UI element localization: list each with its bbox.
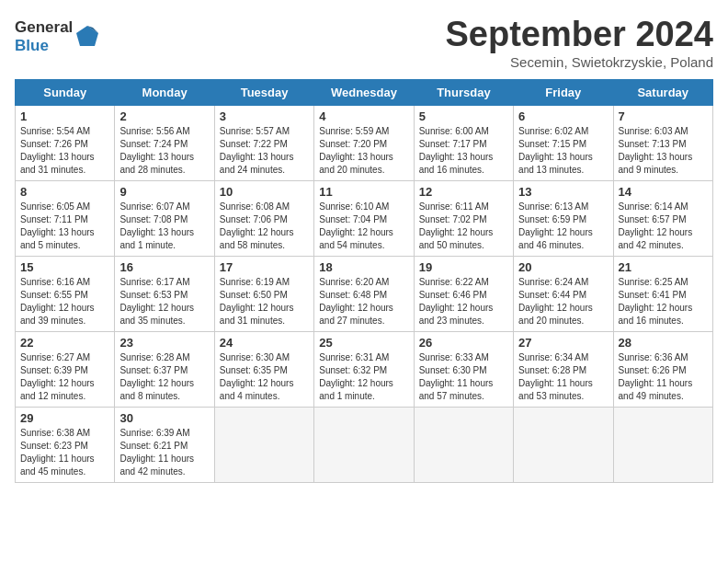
logo-line1: General	[15, 18, 73, 37]
day-number: 22	[20, 336, 109, 350]
day-info: Sunrise: 6:08 AMSunset: 7:06 PMDaylight:…	[220, 201, 294, 250]
table-row: 21Sunrise: 6:25 AMSunset: 6:41 PMDayligh…	[613, 257, 712, 332]
day-number: 17	[220, 260, 309, 274]
day-number: 5	[419, 109, 508, 123]
day-info: Sunrise: 6:11 AMSunset: 7:02 PMDaylight:…	[419, 201, 494, 250]
day-number: 15	[20, 260, 109, 274]
header-thursday: Thursday	[414, 80, 513, 106]
title-block: September 2024 Secemin, Swietokrzyskie, …	[446, 15, 714, 70]
header-saturday: Saturday	[613, 80, 712, 106]
day-info: Sunrise: 5:59 AMSunset: 7:20 PMDaylight:…	[319, 126, 393, 175]
table-row: 14Sunrise: 6:14 AMSunset: 6:57 PMDayligh…	[613, 181, 712, 257]
day-info: Sunrise: 6:05 AMSunset: 7:11 PMDaylight:…	[20, 201, 95, 250]
table-row: 19Sunrise: 6:22 AMSunset: 6:46 PMDayligh…	[414, 257, 513, 332]
day-info: Sunrise: 6:13 AMSunset: 6:59 PMDaylight:…	[518, 201, 593, 250]
table-row: 4Sunrise: 5:59 AMSunset: 7:20 PMDaylight…	[314, 106, 414, 181]
day-info: Sunrise: 6:25 AMSunset: 6:41 PMDaylight:…	[619, 277, 693, 326]
weekday-header-row: Sunday Monday Tuesday Wednesday Thursday…	[16, 80, 713, 106]
day-info: Sunrise: 6:00 AMSunset: 7:17 PMDaylight:…	[419, 126, 494, 175]
day-info: Sunrise: 6:22 AMSunset: 6:46 PMDaylight:…	[419, 277, 494, 326]
table-row: 23Sunrise: 6:28 AMSunset: 6:37 PMDayligh…	[115, 332, 214, 408]
table-row: 28Sunrise: 6:36 AMSunset: 6:26 PMDayligh…	[613, 332, 712, 408]
day-number: 14	[619, 185, 708, 199]
day-number: 9	[119, 185, 209, 199]
table-row: 22Sunrise: 6:27 AMSunset: 6:39 PMDayligh…	[16, 332, 115, 408]
table-row: 3Sunrise: 5:57 AMSunset: 7:22 PMDaylight…	[214, 106, 313, 181]
calendar-week-row: 1Sunrise: 5:54 AMSunset: 7:26 PMDaylight…	[16, 106, 713, 181]
day-number: 20	[518, 260, 608, 274]
day-number: 26	[419, 336, 508, 350]
table-row: 5Sunrise: 6:00 AMSunset: 7:17 PMDaylight…	[414, 106, 513, 181]
header-wednesday: Wednesday	[314, 80, 414, 106]
table-row: 17Sunrise: 6:19 AMSunset: 6:50 PMDayligh…	[214, 257, 313, 332]
day-number: 30	[119, 411, 209, 425]
day-number: 13	[518, 185, 608, 199]
day-number: 7	[619, 109, 708, 123]
day-number: 1	[20, 109, 109, 123]
header-sunday: Sunday	[16, 80, 115, 106]
day-info: Sunrise: 6:36 AMSunset: 6:26 PMDaylight:…	[619, 352, 693, 401]
day-number: 6	[518, 109, 608, 123]
table-row: 10Sunrise: 6:08 AMSunset: 7:06 PMDayligh…	[214, 181, 313, 257]
day-info: Sunrise: 6:02 AMSunset: 7:15 PMDaylight:…	[518, 126, 593, 175]
day-number: 21	[619, 260, 708, 274]
day-info: Sunrise: 6:10 AMSunset: 7:04 PMDaylight:…	[319, 201, 393, 250]
day-info: Sunrise: 6:33 AMSunset: 6:30 PMDaylight:…	[419, 352, 494, 401]
month-title: September 2024	[446, 15, 714, 54]
day-info: Sunrise: 5:56 AMSunset: 7:24 PMDaylight:…	[119, 126, 194, 175]
table-row: 11Sunrise: 6:10 AMSunset: 7:04 PMDayligh…	[314, 181, 414, 257]
day-info: Sunrise: 5:54 AMSunset: 7:26 PMDaylight:…	[20, 126, 95, 175]
day-number: 29	[20, 411, 109, 425]
day-info: Sunrise: 6:28 AMSunset: 6:37 PMDaylight:…	[119, 352, 194, 401]
day-number: 8	[20, 185, 109, 199]
table-row: 16Sunrise: 6:17 AMSunset: 6:53 PMDayligh…	[115, 257, 214, 332]
day-number: 4	[319, 109, 408, 123]
day-number: 19	[419, 260, 508, 274]
day-number: 23	[119, 336, 209, 350]
table-row	[214, 408, 313, 483]
svg-marker-0	[76, 26, 98, 46]
table-row: 27Sunrise: 6:34 AMSunset: 6:28 PMDayligh…	[514, 332, 613, 408]
logo-icon	[74, 24, 100, 50]
header-tuesday: Tuesday	[214, 80, 313, 106]
calendar-week-row: 8Sunrise: 6:05 AMSunset: 7:11 PMDaylight…	[16, 181, 713, 257]
table-row: 12Sunrise: 6:11 AMSunset: 7:02 PMDayligh…	[414, 181, 513, 257]
calendar-week-row: 22Sunrise: 6:27 AMSunset: 6:39 PMDayligh…	[16, 332, 713, 408]
day-number: 11	[319, 185, 408, 199]
logo: General Blue	[15, 18, 100, 54]
day-info: Sunrise: 6:31 AMSunset: 6:32 PMDaylight:…	[319, 352, 393, 401]
calendar-week-row: 15Sunrise: 6:16 AMSunset: 6:55 PMDayligh…	[16, 257, 713, 332]
day-info: Sunrise: 6:20 AMSunset: 6:48 PMDaylight:…	[319, 277, 393, 326]
day-number: 28	[619, 336, 708, 350]
table-row: 30Sunrise: 6:39 AMSunset: 6:21 PMDayligh…	[115, 408, 214, 483]
day-number: 10	[220, 185, 309, 199]
day-info: Sunrise: 6:34 AMSunset: 6:28 PMDaylight:…	[518, 352, 593, 401]
table-row: 6Sunrise: 6:02 AMSunset: 7:15 PMDaylight…	[514, 106, 613, 181]
day-number: 2	[119, 109, 209, 123]
table-row	[414, 408, 513, 483]
day-number: 24	[220, 336, 309, 350]
day-info: Sunrise: 6:27 AMSunset: 6:39 PMDaylight:…	[20, 352, 95, 401]
header-friday: Friday	[514, 80, 613, 106]
table-row: 29Sunrise: 6:38 AMSunset: 6:23 PMDayligh…	[16, 408, 115, 483]
day-info: Sunrise: 6:19 AMSunset: 6:50 PMDaylight:…	[220, 277, 294, 326]
day-info: Sunrise: 6:17 AMSunset: 6:53 PMDaylight:…	[119, 277, 194, 326]
day-info: Sunrise: 6:14 AMSunset: 6:57 PMDaylight:…	[619, 201, 693, 250]
day-info: Sunrise: 6:03 AMSunset: 7:13 PMDaylight:…	[619, 126, 693, 175]
table-row: 26Sunrise: 6:33 AMSunset: 6:30 PMDayligh…	[414, 332, 513, 408]
table-row: 1Sunrise: 5:54 AMSunset: 7:26 PMDaylight…	[16, 106, 115, 181]
table-row	[613, 408, 712, 483]
table-row	[314, 408, 414, 483]
table-row: 8Sunrise: 6:05 AMSunset: 7:11 PMDaylight…	[16, 181, 115, 257]
table-row: 18Sunrise: 6:20 AMSunset: 6:48 PMDayligh…	[314, 257, 414, 332]
day-info: Sunrise: 5:57 AMSunset: 7:22 PMDaylight:…	[220, 126, 294, 175]
table-row: 2Sunrise: 5:56 AMSunset: 7:24 PMDaylight…	[115, 106, 214, 181]
calendar-table: Sunday Monday Tuesday Wednesday Thursday…	[15, 79, 713, 483]
day-number: 12	[419, 185, 508, 199]
table-row: 15Sunrise: 6:16 AMSunset: 6:55 PMDayligh…	[16, 257, 115, 332]
day-info: Sunrise: 6:38 AMSunset: 6:23 PMDaylight:…	[20, 428, 95, 477]
table-row: 25Sunrise: 6:31 AMSunset: 6:32 PMDayligh…	[314, 332, 414, 408]
page-header: General Blue September 2024 Secemin, Swi…	[15, 15, 713, 70]
day-number: 27	[518, 336, 608, 350]
table-row: 9Sunrise: 6:07 AMSunset: 7:08 PMDaylight…	[115, 181, 214, 257]
